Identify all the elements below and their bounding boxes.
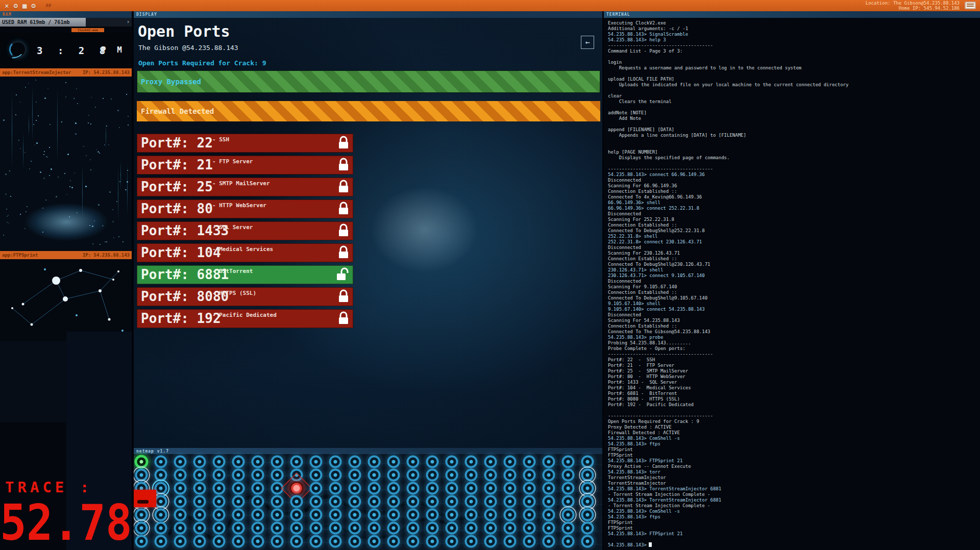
netmap-node[interactable]	[308, 534, 324, 549]
netmap-node[interactable]	[425, 534, 440, 549]
particle-dot	[88, 115, 89, 116]
port-row-21[interactable]: Port#: 21- FTP Server	[137, 156, 353, 174]
proxy-status-label: Proxy Bypassed	[137, 78, 201, 86]
terminal-line: 54.235.88.143> FTPSprint 21	[608, 531, 980, 537]
netmap-node[interactable]	[541, 534, 556, 549]
top-bar-dim-mark: ##	[45, 3, 51, 8]
particle-dot	[7, 216, 8, 217]
netmap-node[interactable]	[270, 534, 285, 549]
terminal-line: Scanning For 252.22.31.8	[608, 217, 980, 222]
particle-dot	[127, 181, 128, 183]
port-row-80[interactable]: Port#: 80- HTTP WebServer	[137, 199, 353, 218]
target-host: The Gibson @54.235.88.143	[138, 44, 238, 52]
particle-dot	[20, 148, 21, 149]
particle-dot	[25, 87, 26, 88]
display-panel: DISPLAY Open Ports The Gibson @54.235.88…	[134, 11, 602, 448]
terminal-line: Connection Established ::	[608, 222, 980, 228]
chat-icon[interactable]	[965, 2, 976, 9]
terminal-line: FTPSprint	[608, 526, 980, 531]
netmap-node[interactable]	[134, 534, 149, 549]
port-row-192[interactable]: Port#: 192- Pacific Dedicated	[137, 309, 353, 328]
port-number: Port#: 21	[141, 157, 213, 172]
home-ip-line: Home IP: 545.94.52.186	[866, 6, 960, 11]
netmap-node[interactable]	[173, 534, 188, 549]
ram-running-app[interactable]: ClockV2.exe	[71, 28, 104, 32]
port-row-8080[interactable]: Port#: 8080- HTTPS (SSL)	[137, 287, 353, 306]
terminal-input-area[interactable]: Executing ClockV2.exeAdditional argument…	[604, 18, 980, 550]
terminal-line: Clears the terminal	[608, 99, 980, 105]
module-header-torrentstreaminjector[interactable]: app:TorrentStreamInjector IP: 54.235.88.…	[0, 68, 132, 77]
particle-dot	[27, 206, 28, 207]
netmap-node[interactable]	[211, 534, 227, 549]
crack-requirement: Open Ports Required for Crack: 9	[138, 59, 266, 67]
netmap-node[interactable]	[463, 534, 479, 549]
port-row-104[interactable]: Port#: 104- Medical Services	[137, 243, 353, 262]
terminal-line: Port#: 25 - SMTP MailServer	[608, 368, 980, 374]
netmap-node[interactable]	[289, 534, 304, 549]
terminal-line: Connection Established ::	[608, 189, 980, 194]
gear-icon[interactable]: ⚙	[13, 0, 17, 11]
terminal-line: 230.126.43.71> shell	[608, 267, 980, 273]
port-label: - HTTPS (SSL)	[212, 290, 256, 296]
module-header-ftpsprint[interactable]: app:FTPSprint IP: 54.235.88.143	[0, 251, 132, 259]
particle-dot	[28, 83, 29, 84]
terminal-line: append [FILENAME] [DATA]	[608, 127, 980, 133]
particle-dot	[70, 180, 71, 181]
port-row-22[interactable]: Port#: 22- SSH	[137, 134, 353, 153]
terminal-line: 252.22.31.8> shell	[608, 234, 980, 239]
ftp-visual	[0, 259, 132, 341]
terminal-line	[608, 138, 980, 144]
particle-dot	[38, 115, 39, 116]
netmap-node[interactable]	[502, 534, 518, 549]
ram-expand-caret[interactable]: ›	[127, 19, 130, 24]
particle-dot	[77, 212, 78, 213]
netmap-node[interactable]	[444, 534, 459, 549]
settings-gear-icon[interactable]: ⚙	[31, 0, 35, 11]
particle-dot	[3, 119, 5, 121]
proxy-status-banner: Proxy Bypassed	[137, 70, 600, 93]
port-row-6881[interactable]: Port#: 6881- BitTorrent	[137, 265, 353, 284]
display-back-button[interactable]: ←	[581, 36, 594, 49]
netmap-node[interactable]	[483, 534, 498, 549]
particle-dot	[128, 116, 129, 117]
memory-icon[interactable]: ▦	[22, 0, 27, 11]
terminal-line: Probe Complete - Open ports:	[608, 346, 980, 352]
particle-streak	[118, 167, 118, 221]
netmap-node[interactable]	[347, 534, 362, 549]
terminal-line: Uploads the indicated file on your local…	[608, 82, 980, 88]
netmap-node[interactable]	[153, 534, 168, 549]
netmap-node[interactable]	[560, 534, 576, 549]
particle-dot	[116, 201, 117, 202]
netmap-node[interactable]	[580, 534, 595, 549]
netmap-node[interactable]	[192, 534, 207, 549]
port-row-25[interactable]: Port#: 25- SMTP MailServer	[137, 178, 353, 196]
netmap-node[interactable]	[522, 534, 537, 549]
terminal-line: Port#: 80 - HTTP WebServer	[608, 374, 980, 380]
particle-dot	[90, 159, 91, 160]
particle-streak	[12, 91, 12, 169]
particle-dot	[108, 144, 109, 145]
terminal-line: Port#: 6881 - BitTorrent	[608, 391, 980, 396]
particle-dot	[51, 168, 52, 170]
netmap-node[interactable]	[250, 534, 265, 549]
port-row-1433[interactable]: Port#: 1433- SQL Server	[137, 221, 353, 240]
particle-dot	[95, 107, 96, 108]
netmap-node[interactable]	[231, 534, 246, 549]
terminal-line	[608, 105, 980, 110]
module-app-name: app:FTPSprint	[2, 251, 38, 259]
terminal-line: 54.235.88.143> TorrentStreamInjector 688…	[608, 486, 980, 492]
terminal-line	[608, 144, 980, 149]
particle-dot	[111, 98, 112, 99]
netmap-disconnect-button[interactable]	[134, 490, 156, 507]
netmap-node[interactable]	[405, 534, 421, 549]
port-label: - SMTP MailServer	[212, 180, 270, 187]
terminal-line: 230.126.43.71> connect 9.105.67.140	[608, 273, 980, 279]
particle-dot	[65, 96, 66, 97]
close-icon[interactable]: ✕	[5, 0, 9, 11]
terminal-line	[608, 121, 980, 127]
module-app-name: app:TorrentStreamInjector	[2, 68, 71, 77]
netmap-node[interactable]	[386, 534, 401, 549]
particle-dot	[24, 152, 26, 153]
netmap-node[interactable]	[328, 534, 343, 549]
netmap-node[interactable]	[366, 534, 382, 549]
